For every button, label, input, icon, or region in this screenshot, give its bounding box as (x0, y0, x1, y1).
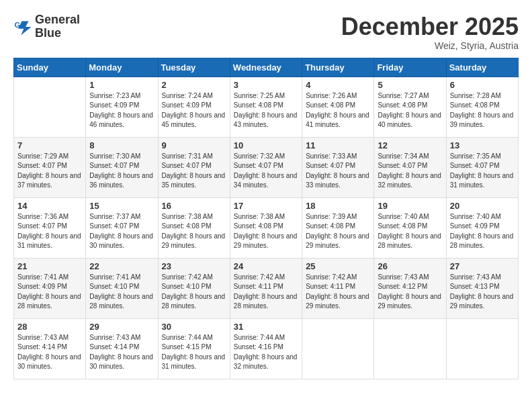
sunrise-time: Sunrise: 7:27 AM (378, 92, 429, 99)
day-number: 22 (89, 261, 154, 271)
day-info: Sunrise: 7:27 AM Sunset: 4:08 PM Dayligh… (378, 91, 442, 130)
calendar-cell (446, 318, 518, 379)
daylight-hours: Daylight: 8 hours and 29 minutes. (378, 293, 441, 310)
sunset-time: Sunset: 4:11 PM (306, 283, 355, 290)
calendar-cell: 27 Sunrise: 7:43 AM Sunset: 4:13 PM Dayl… (446, 258, 518, 318)
sunset-time: Sunset: 4:15 PM (162, 343, 212, 351)
day-info: Sunrise: 7:38 AM Sunset: 4:08 PM Dayligh… (234, 212, 298, 251)
day-number: 15 (89, 201, 154, 211)
location-subtitle: Weiz, Styria, Austria (341, 40, 519, 51)
sunset-time: Sunset: 4:09 PM (162, 101, 212, 109)
weekday-header-saturday: Saturday (446, 58, 518, 77)
calendar-cell: 31 Sunrise: 7:44 AM Sunset: 4:16 PM Dayl… (230, 318, 302, 379)
sunset-time: Sunset: 4:08 PM (234, 101, 283, 109)
calendar-cell: 21 Sunrise: 7:41 AM Sunset: 4:09 PM Dayl… (14, 258, 86, 318)
sunrise-time: Sunrise: 7:23 AM (89, 92, 140, 99)
daylight-hours: Daylight: 8 hours and 45 minutes. (162, 111, 226, 129)
day-info: Sunrise: 7:30 AM Sunset: 4:07 PM Dayligh… (89, 152, 154, 191)
sunrise-time: Sunrise: 7:43 AM (17, 334, 69, 341)
day-number: 16 (162, 201, 226, 211)
day-info: Sunrise: 7:40 AM Sunset: 4:08 PM Dayligh… (378, 212, 442, 251)
calendar-cell: 14 Sunrise: 7:36 AM Sunset: 4:07 PM Dayl… (14, 197, 86, 258)
day-number: 12 (378, 140, 442, 150)
day-number: 17 (234, 201, 298, 211)
title-block: December 2025 Weiz, Styria, Austria (341, 13, 519, 51)
sunrise-time: Sunrise: 7:42 AM (234, 273, 285, 281)
calendar-week-2: 7 Sunrise: 7:29 AM Sunset: 4:07 PM Dayli… (14, 137, 519, 197)
sunset-time: Sunset: 4:10 PM (89, 283, 139, 290)
day-number: 11 (306, 140, 370, 150)
day-number: 29 (89, 322, 154, 332)
day-number: 9 (162, 140, 226, 150)
day-info: Sunrise: 7:40 AM Sunset: 4:09 PM Dayligh… (450, 212, 515, 251)
month-title: December 2025 (341, 13, 519, 40)
sunset-time: Sunset: 4:07 PM (162, 162, 212, 169)
sunrise-time: Sunrise: 7:44 AM (162, 334, 213, 341)
daylight-hours: Daylight: 8 hours and 32 minutes. (378, 172, 441, 189)
day-number: 31 (234, 322, 298, 332)
sunrise-time: Sunrise: 7:42 AM (162, 273, 213, 281)
day-info: Sunrise: 7:42 AM Sunset: 4:10 PM Dayligh… (162, 273, 226, 312)
sunrise-time: Sunrise: 7:43 AM (89, 334, 140, 341)
daylight-hours: Daylight: 8 hours and 28 minutes. (162, 293, 226, 310)
sunset-time: Sunset: 4:07 PM (234, 162, 283, 169)
daylight-hours: Daylight: 8 hours and 29 minutes. (306, 232, 369, 250)
day-info: Sunrise: 7:41 AM Sunset: 4:10 PM Dayligh… (89, 273, 154, 312)
daylight-hours: Daylight: 8 hours and 46 minutes. (89, 111, 153, 129)
sunset-time: Sunset: 4:07 PM (89, 162, 139, 169)
day-number: 5 (378, 80, 442, 90)
sunset-time: Sunset: 4:14 PM (89, 343, 139, 351)
day-info: Sunrise: 7:39 AM Sunset: 4:08 PM Dayligh… (306, 212, 370, 251)
calendar-cell: 24 Sunrise: 7:42 AM Sunset: 4:11 PM Dayl… (230, 258, 302, 318)
daylight-hours: Daylight: 8 hours and 29 minutes. (306, 293, 369, 310)
calendar-cell: 16 Sunrise: 7:38 AM Sunset: 4:08 PM Dayl… (158, 197, 230, 258)
sunrise-time: Sunrise: 7:29 AM (17, 152, 69, 160)
day-info: Sunrise: 7:43 AM Sunset: 4:14 PM Dayligh… (89, 333, 154, 372)
calendar-cell: 13 Sunrise: 7:35 AM Sunset: 4:07 PM Dayl… (446, 137, 518, 197)
sunrise-time: Sunrise: 7:30 AM (89, 152, 140, 160)
sunset-time: Sunset: 4:08 PM (162, 222, 212, 230)
calendar-cell: 26 Sunrise: 7:43 AM Sunset: 4:12 PM Dayl… (374, 258, 446, 318)
logo-icon: G (13, 17, 32, 36)
calendar-cell: 2 Sunrise: 7:24 AM Sunset: 4:09 PM Dayli… (158, 77, 230, 137)
day-info: Sunrise: 7:43 AM Sunset: 4:13 PM Dayligh… (450, 273, 515, 312)
daylight-hours: Daylight: 8 hours and 29 minutes. (162, 232, 226, 250)
sunset-time: Sunset: 4:09 PM (450, 222, 500, 230)
sunset-time: Sunset: 4:08 PM (306, 101, 355, 109)
day-number: 1 (89, 80, 154, 90)
weekday-header-friday: Friday (374, 58, 446, 77)
sunset-time: Sunset: 4:14 PM (17, 343, 67, 351)
daylight-hours: Daylight: 8 hours and 36 minutes. (89, 172, 153, 189)
calendar-cell: 15 Sunrise: 7:37 AM Sunset: 4:07 PM Dayl… (86, 197, 158, 258)
sunrise-time: Sunrise: 7:40 AM (450, 213, 501, 220)
day-info: Sunrise: 7:34 AM Sunset: 4:07 PM Dayligh… (378, 152, 442, 191)
sunset-time: Sunset: 4:09 PM (17, 283, 67, 290)
calendar-cell: 25 Sunrise: 7:42 AM Sunset: 4:11 PM Dayl… (302, 258, 374, 318)
daylight-hours: Daylight: 8 hours and 31 minutes. (17, 232, 81, 250)
day-info: Sunrise: 7:26 AM Sunset: 4:08 PM Dayligh… (306, 91, 370, 130)
day-info: Sunrise: 7:25 AM Sunset: 4:08 PM Dayligh… (234, 91, 298, 130)
day-info: Sunrise: 7:24 AM Sunset: 4:09 PM Dayligh… (162, 91, 226, 130)
sunrise-time: Sunrise: 7:35 AM (450, 152, 501, 160)
day-number: 30 (162, 322, 226, 332)
day-number: 6 (450, 80, 515, 90)
day-number: 7 (17, 140, 82, 150)
sunset-time: Sunset: 4:09 PM (89, 101, 139, 109)
daylight-hours: Daylight: 8 hours and 30 minutes. (89, 232, 153, 250)
calendar-cell: 11 Sunrise: 7:33 AM Sunset: 4:07 PM Dayl… (302, 137, 374, 197)
day-number: 25 (306, 261, 370, 271)
calendar-cell: 4 Sunrise: 7:26 AM Sunset: 4:08 PM Dayli… (302, 77, 374, 137)
calendar-cell: 7 Sunrise: 7:29 AM Sunset: 4:07 PM Dayli… (14, 137, 86, 197)
daylight-hours: Daylight: 8 hours and 30 minutes. (89, 353, 153, 371)
logo: G General Blue (13, 13, 80, 40)
daylight-hours: Daylight: 8 hours and 35 minutes. (162, 172, 226, 189)
daylight-hours: Daylight: 8 hours and 43 minutes. (234, 111, 298, 129)
weekday-header-tuesday: Tuesday (158, 58, 230, 77)
calendar-week-4: 21 Sunrise: 7:41 AM Sunset: 4:09 PM Dayl… (14, 258, 519, 318)
daylight-hours: Daylight: 8 hours and 30 minutes. (17, 353, 81, 371)
day-number: 3 (234, 80, 298, 90)
sunset-time: Sunset: 4:07 PM (17, 222, 67, 230)
day-info: Sunrise: 7:41 AM Sunset: 4:09 PM Dayligh… (17, 273, 82, 312)
daylight-hours: Daylight: 8 hours and 34 minutes. (234, 172, 298, 189)
calendar-cell: 10 Sunrise: 7:32 AM Sunset: 4:07 PM Dayl… (230, 137, 302, 197)
